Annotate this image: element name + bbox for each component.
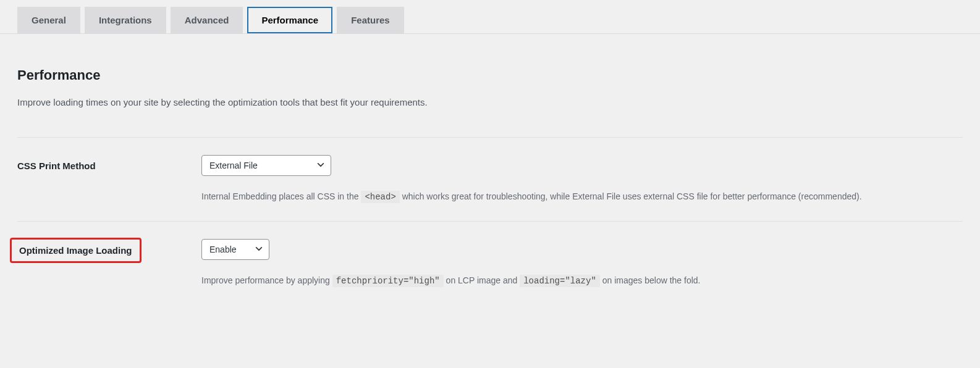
setting-label-optimized-image: Optimized Image Loading: [10, 238, 142, 263]
css-print-method-select[interactable]: External File: [201, 155, 331, 176]
tab-performance[interactable]: Performance: [247, 7, 332, 33]
tab-advanced[interactable]: Advanced: [171, 7, 243, 33]
tab-features[interactable]: Features: [337, 7, 404, 33]
page-heading: Performance: [17, 67, 963, 83]
setting-css-print-method: CSS Print Method External File Internal …: [17, 138, 963, 221]
code-snippet: fetchpriority="high": [332, 275, 444, 287]
setting-optimized-image-loading: Optimized Image Loading Enable Improve p…: [17, 222, 963, 305]
setting-content-optimized-image: Enable Improve performance by applying f…: [201, 239, 881, 288]
desc-text: on LCP image and: [446, 275, 520, 285]
desc-text: Internal Embedding places all CSS in the: [201, 191, 361, 201]
setting-content-css-print: External File Internal Embedding places …: [201, 155, 881, 204]
page-description: Improve loading times on your site by se…: [17, 97, 963, 107]
content-area: Performance Improve loading times on you…: [0, 67, 980, 306]
desc-text: on images below the fold.: [602, 275, 701, 285]
desc-text: Improve performance by applying: [201, 275, 332, 285]
tabs-nav: General Integrations Advanced Performanc…: [0, 0, 980, 34]
tab-general[interactable]: General: [17, 7, 80, 33]
code-snippet: <head>: [361, 191, 399, 203]
code-snippet: loading="lazy": [520, 275, 600, 287]
select-wrap: External File: [201, 155, 331, 176]
label-wrap: Optimized Image Loading: [17, 239, 201, 288]
tab-integrations[interactable]: Integrations: [85, 7, 166, 33]
optimized-image-loading-select[interactable]: Enable: [201, 239, 269, 260]
optimized-image-description: Improve performance by applying fetchpri…: [201, 274, 881, 288]
setting-label-css-print: CSS Print Method: [17, 155, 201, 204]
css-print-description: Internal Embedding places all CSS in the…: [201, 190, 881, 204]
desc-text: which works great for troubleshooting, w…: [402, 191, 862, 201]
select-wrap: Enable: [201, 239, 269, 260]
